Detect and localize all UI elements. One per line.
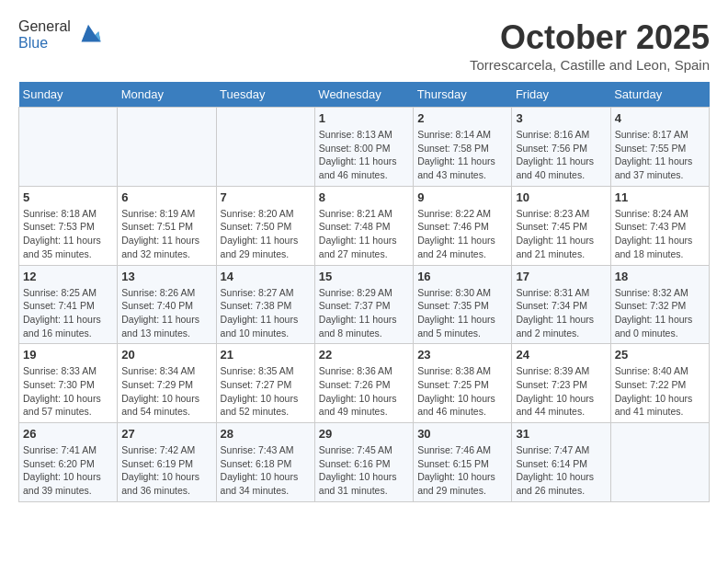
day-content: Sunrise: 8:31 AM Sunset: 7:34 PM Dayligh… bbox=[516, 286, 606, 340]
calendar-cell: 22Sunrise: 8:36 AM Sunset: 7:26 PM Dayli… bbox=[314, 344, 413, 423]
day-number: 23 bbox=[417, 348, 507, 362]
logo-icon bbox=[74, 21, 102, 49]
day-content: Sunrise: 8:34 AM Sunset: 7:29 PM Dayligh… bbox=[121, 364, 211, 419]
day-number: 20 bbox=[121, 348, 211, 362]
day-number: 3 bbox=[516, 111, 606, 125]
day-number: 18 bbox=[615, 270, 705, 283]
day-number: 14 bbox=[221, 270, 311, 283]
day-content: Sunrise: 8:22 AM Sunset: 7:46 PM Dayligh… bbox=[417, 207, 507, 261]
month-title: October 2025 bbox=[470, 18, 710, 57]
calendar-cell: 17Sunrise: 8:31 AM Sunset: 7:34 PM Dayli… bbox=[512, 265, 610, 344]
calendar-cell: 29Sunrise: 7:45 AM Sunset: 6:16 PM Dayli… bbox=[314, 423, 413, 502]
calendar-cell bbox=[610, 423, 709, 502]
col-header-friday: Friday bbox=[512, 82, 610, 108]
col-header-tuesday: Tuesday bbox=[216, 82, 314, 108]
logo-blue: Blue bbox=[18, 35, 48, 51]
day-content: Sunrise: 8:25 AM Sunset: 7:41 PM Dayligh… bbox=[23, 286, 113, 340]
day-number: 8 bbox=[319, 190, 409, 204]
day-number: 17 bbox=[516, 270, 606, 283]
calendar-cell: 19Sunrise: 8:33 AM Sunset: 7:30 PM Dayli… bbox=[19, 344, 118, 423]
calendar-cell: 26Sunrise: 7:41 AM Sunset: 6:20 PM Dayli… bbox=[19, 423, 118, 502]
day-number: 15 bbox=[319, 270, 409, 283]
calendar-cell: 9Sunrise: 8:22 AM Sunset: 7:46 PM Daylig… bbox=[414, 186, 512, 265]
day-content: Sunrise: 8:19 AM Sunset: 7:51 PM Dayligh… bbox=[121, 207, 211, 261]
day-content: Sunrise: 8:30 AM Sunset: 7:35 PM Dayligh… bbox=[417, 286, 507, 340]
day-number: 22 bbox=[319, 348, 409, 362]
day-content: Sunrise: 7:43 AM Sunset: 6:18 PM Dayligh… bbox=[221, 443, 311, 498]
calendar-cell: 25Sunrise: 8:40 AM Sunset: 7:22 PM Dayli… bbox=[610, 344, 709, 423]
day-number: 16 bbox=[417, 270, 507, 283]
day-number: 27 bbox=[121, 427, 211, 441]
day-number: 31 bbox=[516, 427, 606, 441]
day-number: 9 bbox=[417, 190, 507, 204]
day-content: Sunrise: 8:13 AM Sunset: 8:00 PM Dayligh… bbox=[319, 128, 409, 182]
day-content: Sunrise: 8:29 AM Sunset: 7:37 PM Dayligh… bbox=[319, 286, 409, 340]
calendar-cell bbox=[216, 108, 314, 187]
col-header-wednesday: Wednesday bbox=[314, 82, 413, 108]
day-content: Sunrise: 8:23 AM Sunset: 7:45 PM Dayligh… bbox=[516, 207, 606, 261]
calendar-cell: 31Sunrise: 7:47 AM Sunset: 6:14 PM Dayli… bbox=[512, 423, 610, 502]
day-number: 29 bbox=[319, 427, 409, 441]
day-content: Sunrise: 8:40 AM Sunset: 7:22 PM Dayligh… bbox=[615, 364, 705, 419]
calendar-cell: 28Sunrise: 7:43 AM Sunset: 6:18 PM Dayli… bbox=[216, 423, 314, 502]
calendar-cell: 7Sunrise: 8:20 AM Sunset: 7:50 PM Daylig… bbox=[216, 186, 314, 265]
day-number: 1 bbox=[319, 111, 409, 125]
calendar-cell: 16Sunrise: 8:30 AM Sunset: 7:35 PM Dayli… bbox=[414, 265, 512, 344]
col-header-monday: Monday bbox=[118, 82, 216, 108]
calendar-cell: 11Sunrise: 8:24 AM Sunset: 7:43 PM Dayli… bbox=[610, 186, 709, 265]
calendar-cell: 2Sunrise: 8:14 AM Sunset: 7:58 PM Daylig… bbox=[414, 108, 512, 187]
calendar-cell: 4Sunrise: 8:17 AM Sunset: 7:55 PM Daylig… bbox=[610, 108, 709, 187]
day-content: Sunrise: 8:39 AM Sunset: 7:23 PM Dayligh… bbox=[516, 364, 606, 419]
calendar-cell: 8Sunrise: 8:21 AM Sunset: 7:48 PM Daylig… bbox=[314, 186, 413, 265]
day-content: Sunrise: 7:47 AM Sunset: 6:14 PM Dayligh… bbox=[516, 443, 606, 498]
calendar-cell: 3Sunrise: 8:16 AM Sunset: 7:56 PM Daylig… bbox=[512, 108, 610, 187]
calendar-cell: 10Sunrise: 8:23 AM Sunset: 7:45 PM Dayli… bbox=[512, 186, 610, 265]
calendar-cell: 24Sunrise: 8:39 AM Sunset: 7:23 PM Dayli… bbox=[512, 344, 610, 423]
calendar-cell bbox=[19, 108, 118, 187]
day-number: 10 bbox=[516, 190, 606, 204]
col-header-thursday: Thursday bbox=[414, 82, 512, 108]
day-content: Sunrise: 8:26 AM Sunset: 7:40 PM Dayligh… bbox=[121, 286, 211, 340]
day-number: 26 bbox=[23, 427, 113, 441]
calendar-cell: 18Sunrise: 8:32 AM Sunset: 7:32 PM Dayli… bbox=[610, 265, 709, 344]
day-number: 19 bbox=[23, 348, 113, 362]
logo: General Blue bbox=[18, 18, 102, 52]
day-number: 6 bbox=[121, 190, 211, 204]
day-content: Sunrise: 8:16 AM Sunset: 7:56 PM Dayligh… bbox=[516, 128, 606, 182]
day-number: 28 bbox=[221, 427, 311, 441]
day-number: 30 bbox=[417, 427, 507, 441]
day-number: 4 bbox=[615, 111, 705, 125]
day-number: 12 bbox=[23, 270, 113, 283]
day-content: Sunrise: 7:45 AM Sunset: 6:16 PM Dayligh… bbox=[319, 443, 409, 498]
day-content: Sunrise: 7:42 AM Sunset: 6:19 PM Dayligh… bbox=[121, 443, 211, 498]
day-number: 5 bbox=[23, 190, 113, 204]
calendar-cell: 23Sunrise: 8:38 AM Sunset: 7:25 PM Dayli… bbox=[414, 344, 512, 423]
day-content: Sunrise: 8:35 AM Sunset: 7:27 PM Dayligh… bbox=[221, 364, 311, 419]
calendar-cell: 5Sunrise: 8:18 AM Sunset: 7:53 PM Daylig… bbox=[19, 186, 118, 265]
day-content: Sunrise: 7:41 AM Sunset: 6:20 PM Dayligh… bbox=[23, 443, 113, 498]
day-content: Sunrise: 8:36 AM Sunset: 7:26 PM Dayligh… bbox=[319, 364, 409, 419]
day-content: Sunrise: 8:24 AM Sunset: 7:43 PM Dayligh… bbox=[615, 207, 705, 261]
day-number: 7 bbox=[221, 190, 311, 204]
day-content: Sunrise: 8:21 AM Sunset: 7:48 PM Dayligh… bbox=[319, 207, 409, 261]
day-number: 2 bbox=[417, 111, 507, 125]
calendar-cell bbox=[118, 108, 216, 187]
day-content: Sunrise: 8:18 AM Sunset: 7:53 PM Dayligh… bbox=[23, 207, 113, 261]
calendar-cell: 15Sunrise: 8:29 AM Sunset: 7:37 PM Dayli… bbox=[314, 265, 413, 344]
day-number: 25 bbox=[615, 348, 705, 362]
page-header: General Blue October 2025 Torrescarcela,… bbox=[18, 18, 710, 73]
calendar-cell: 21Sunrise: 8:35 AM Sunset: 7:27 PM Dayli… bbox=[216, 344, 314, 423]
day-content: Sunrise: 8:38 AM Sunset: 7:25 PM Dayligh… bbox=[417, 364, 507, 419]
location-subtitle: Torrescarcela, Castille and Leon, Spain bbox=[470, 57, 710, 73]
day-content: Sunrise: 8:33 AM Sunset: 7:30 PM Dayligh… bbox=[23, 364, 113, 419]
calendar-cell: 12Sunrise: 8:25 AM Sunset: 7:41 PM Dayli… bbox=[19, 265, 118, 344]
calendar-table: SundayMondayTuesdayWednesdayThursdayFrid… bbox=[18, 82, 710, 502]
day-content: Sunrise: 8:32 AM Sunset: 7:32 PM Dayligh… bbox=[615, 286, 705, 340]
calendar-cell: 30Sunrise: 7:46 AM Sunset: 6:15 PM Dayli… bbox=[414, 423, 512, 502]
calendar-cell: 6Sunrise: 8:19 AM Sunset: 7:51 PM Daylig… bbox=[118, 186, 216, 265]
title-block: October 2025 Torrescarcela, Castille and… bbox=[470, 18, 710, 73]
day-number: 21 bbox=[221, 348, 311, 362]
day-content: Sunrise: 8:27 AM Sunset: 7:38 PM Dayligh… bbox=[221, 286, 311, 340]
col-header-saturday: Saturday bbox=[610, 82, 709, 108]
day-number: 13 bbox=[121, 270, 211, 283]
